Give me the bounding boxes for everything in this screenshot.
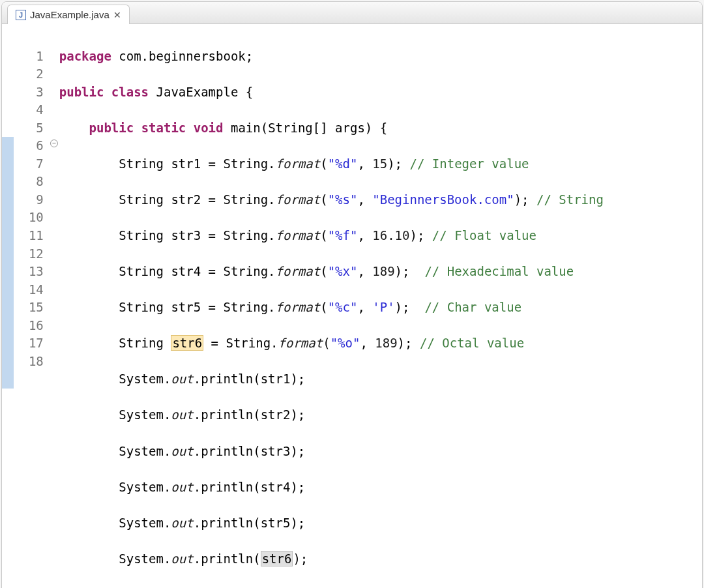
editor-tabbar: J JavaExample.java ✕	[2, 2, 702, 24]
java-file-icon: J	[16, 10, 26, 20]
occurrence-highlight: str6	[171, 335, 203, 351]
editor-tab-javaexample[interactable]: J JavaExample.java ✕	[7, 5, 130, 24]
fold-toggle-icon[interactable]: −	[50, 140, 58, 147]
code-area[interactable]: 123456789101112131415161718 − package co…	[2, 24, 702, 588]
close-icon[interactable]: ✕	[113, 10, 121, 20]
code-lines[interactable]: package com.beginnersbook; public class …	[59, 29, 702, 588]
line-gutter: 123456789101112131415161718	[14, 29, 50, 588]
fold-bar: −	[50, 29, 59, 588]
code-editor-panel: J JavaExample.java ✕ 1234567891011121314…	[1, 1, 703, 588]
occurrence-highlight: str6	[261, 551, 293, 566]
editor-tab-label: JavaExample.java	[30, 9, 110, 20]
marker-bar	[2, 29, 14, 588]
